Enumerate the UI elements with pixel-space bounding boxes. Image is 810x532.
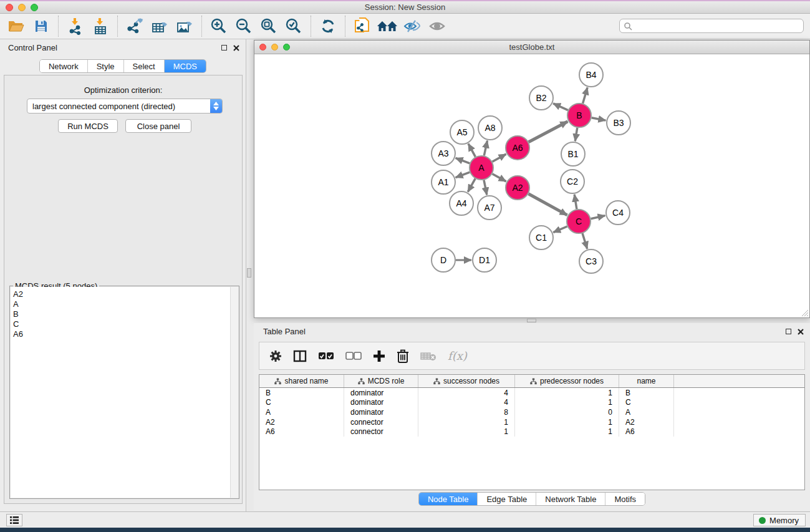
table-cell[interactable]: connector	[344, 427, 418, 437]
table-cell[interactable]: A	[259, 407, 344, 417]
memory-button[interactable]: Memory	[753, 514, 806, 526]
table-cell[interactable]: 1	[418, 427, 515, 437]
table-cell[interactable]: C	[619, 398, 674, 408]
graph-node-A5[interactable]: A5	[450, 120, 474, 144]
graph-node-C3[interactable]: C3	[579, 249, 603, 273]
graph-edge-A-A1[interactable]	[456, 172, 470, 178]
minimize-network-window-button[interactable]	[271, 44, 278, 51]
close-network-window-button[interactable]	[259, 44, 266, 51]
table-cell[interactable]: A	[619, 407, 674, 417]
column-header-name[interactable]: name	[619, 375, 674, 387]
export-network-button[interactable]	[122, 16, 147, 37]
show-graphics-details-button[interactable]	[425, 16, 450, 37]
hide-graphics-details-button[interactable]	[400, 16, 425, 37]
graph-node-A6[interactable]: A6	[506, 136, 529, 160]
select-all-columns-button[interactable]	[318, 352, 334, 360]
graph-edge-C-C1[interactable]	[553, 226, 567, 233]
table-cell[interactable]: dominator	[344, 407, 418, 417]
table-cell[interactable]: 4	[418, 388, 515, 398]
graph-edge-B-B2[interactable]	[553, 104, 568, 110]
table-cell[interactable]: 1	[515, 427, 619, 437]
delete-columns-button[interactable]	[397, 349, 409, 363]
graph-edge-A-A6[interactable]	[493, 154, 506, 162]
resize-grip-icon[interactable]	[800, 308, 809, 317]
graph-node-B[interactable]: B	[567, 104, 591, 127]
graph-edge-A2-C[interactable]	[529, 194, 567, 215]
table-cell[interactable]: A6	[619, 427, 674, 437]
table-cell[interactable]: dominator	[344, 388, 418, 398]
open-session-button[interactable]	[4, 16, 29, 37]
graph-node-A2[interactable]: A2	[506, 176, 529, 200]
graph-node-A1[interactable]: A1	[432, 170, 455, 194]
search-input[interactable]	[632, 19, 803, 32]
tab-style[interactable]: Style	[88, 60, 124, 72]
close-panel-icon[interactable]	[798, 329, 804, 335]
column-header-MCDS-role[interactable]: MCDS role	[344, 375, 418, 387]
tab-mcds[interactable]: MCDS	[165, 60, 206, 72]
tab-node-table[interactable]: Node Table	[419, 493, 478, 505]
mcds-result-item[interactable]: A2	[13, 289, 230, 299]
refresh-button[interactable]	[316, 16, 340, 37]
tab-network[interactable]: Network	[40, 60, 88, 72]
show-panels-list-button[interactable]	[6, 514, 22, 526]
graph-edge-A-A8[interactable]	[484, 141, 487, 156]
graph-edge-A-A2[interactable]	[493, 174, 506, 181]
zoom-network-window-button[interactable]	[283, 44, 290, 51]
import-table-button[interactable]	[88, 16, 113, 37]
network-window-titlebar[interactable]: testGlobe.txt	[254, 41, 809, 54]
save-session-button[interactable]	[29, 16, 54, 37]
mcds-result-item[interactable]: B	[13, 309, 230, 319]
vertical-splitter-handle[interactable]	[247, 268, 251, 278]
tab-select[interactable]: Select	[124, 60, 165, 72]
graph-edge-C-C3[interactable]	[582, 233, 587, 249]
horizontal-splitter-handle[interactable]	[527, 319, 536, 322]
new-network-from-file-button[interactable]	[350, 16, 375, 37]
minimize-window-button[interactable]	[18, 4, 26, 11]
graph-edge-C-C4[interactable]	[591, 216, 605, 219]
table-cell[interactable]: 1	[515, 417, 619, 427]
graph-edge-B-B1[interactable]	[575, 128, 577, 142]
graph-edge-A-A5[interactable]	[468, 143, 475, 157]
table-cell[interactable]: 1	[418, 417, 515, 427]
table-cell[interactable]: C	[259, 398, 344, 408]
graph-node-B4[interactable]: B4	[579, 63, 603, 87]
graph-edge-B-B4[interactable]	[583, 87, 588, 104]
table-cell[interactable]: A6	[259, 427, 344, 437]
criterion-select[interactable]: largest connected component (directed)	[27, 99, 223, 114]
export-image-button[interactable]	[172, 16, 197, 37]
table-cell[interactable]: 4	[418, 398, 515, 408]
column-header-shared-name[interactable]: shared name	[259, 375, 344, 387]
graph-node-C[interactable]: C	[567, 210, 591, 233]
table-cell[interactable]: dominator	[344, 398, 418, 408]
table-cell[interactable]: B	[619, 388, 674, 398]
close-panel-icon[interactable]	[233, 45, 239, 51]
graph-edge-A-A4[interactable]	[468, 178, 475, 191]
graph-node-A4[interactable]: A4	[450, 191, 473, 215]
mcds-result-item[interactable]: A6	[13, 329, 230, 339]
table-cell[interactable]: 0	[515, 407, 619, 417]
result-list-scrollbar[interactable]	[230, 287, 238, 498]
show-column-button[interactable]	[293, 350, 307, 362]
float-panel-icon[interactable]	[221, 45, 227, 51]
table-cell[interactable]: 1	[515, 388, 619, 398]
tab-motifs[interactable]: Motifs	[605, 493, 645, 505]
graph-node-B2[interactable]: B2	[529, 86, 553, 110]
table-cell[interactable]: connector	[344, 417, 418, 427]
table-cell[interactable]: A2	[619, 417, 674, 427]
graph-edge-C-C2[interactable]	[574, 195, 577, 210]
float-panel-icon[interactable]	[786, 329, 791, 334]
network-canvas[interactable]: B4B2BB3A8A5A6A3B1AA1C2A2A4A7C4CC1DD1C3	[254, 54, 809, 317]
run-mcds-button[interactable]: Run MCDS	[58, 119, 118, 133]
graph-node-A7[interactable]: A7	[478, 196, 501, 220]
column-header-predecessor-nodes[interactable]: predecessor nodes	[515, 375, 619, 387]
home-button[interactable]	[375, 16, 400, 37]
table-cell[interactable]: B	[259, 388, 344, 398]
graph-node-B3[interactable]: B3	[607, 111, 630, 135]
zoom-window-button[interactable]	[31, 4, 38, 11]
graph-node-D1[interactable]: D1	[473, 248, 496, 272]
graph-node-A[interactable]: A	[470, 156, 493, 180]
mcds-result-item[interactable]: A	[13, 299, 230, 309]
table-settings-button[interactable]	[269, 350, 282, 362]
zoom-fit-button[interactable]	[256, 16, 281, 37]
graph-node-B1[interactable]: B1	[561, 142, 585, 166]
